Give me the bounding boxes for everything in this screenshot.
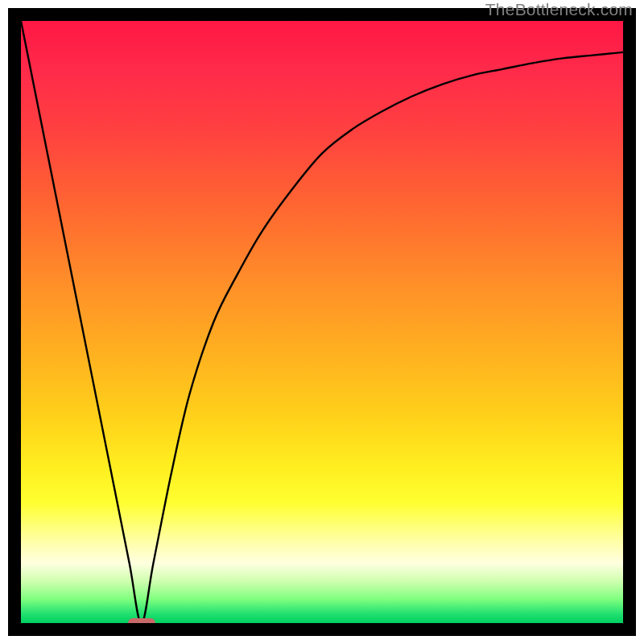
optimal-marker bbox=[128, 618, 155, 623]
chart-frame bbox=[8, 8, 636, 636]
watermark-text: TheBottleneck.com bbox=[485, 0, 633, 19]
curve-svg bbox=[21, 21, 623, 623]
plot-area bbox=[21, 21, 623, 623]
bottleneck-curve bbox=[21, 21, 623, 623]
